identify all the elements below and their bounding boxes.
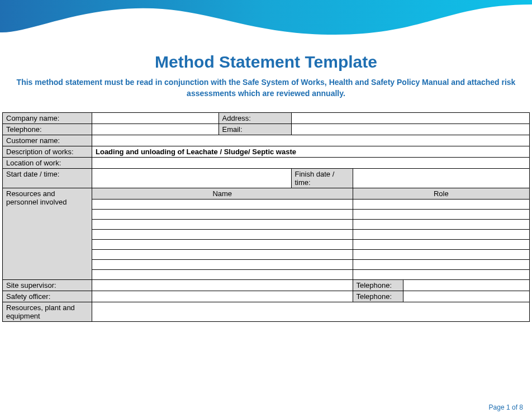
value-location[interactable] [92,158,530,169]
personnel-name[interactable] [92,240,353,250]
label-officer-tel: Telephone: [353,291,403,302]
personnel-role[interactable] [353,210,530,220]
method-statement-form: Company name: Address: Telephone: Email:… [2,112,530,322]
value-telephone[interactable] [92,124,219,135]
personnel-name[interactable] [92,210,353,220]
header-wave [0,0,532,39]
page-subtitle: This method statement must be read in co… [2,77,530,99]
label-start-date: Start date / time: [3,169,92,188]
label-finish-date: Finish date / time: [291,169,353,188]
label-safety-officer: Safety officer: [3,291,92,302]
page-title: Method Statement Template [0,53,532,72]
personnel-role[interactable] [353,240,530,250]
label-description: Description of works: [3,146,92,158]
personnel-role[interactable] [353,230,530,240]
label-site-supervisor: Site supervisor: [3,280,92,291]
value-supervisor-tel[interactable] [403,280,530,291]
value-customer-name[interactable] [92,135,530,146]
label-resources-plant: Resources, plant and equipment [3,302,92,322]
value-email[interactable] [291,124,530,135]
personnel-name[interactable] [92,220,353,230]
value-safety-officer[interactable] [92,291,353,302]
value-finish-date[interactable] [353,169,530,188]
value-company-name[interactable] [92,113,219,124]
personnel-role[interactable] [353,250,530,260]
value-address[interactable] [291,113,530,124]
label-location: Location of work: [3,158,92,169]
label-email: Email: [218,124,291,135]
personnel-role[interactable] [353,200,530,210]
label-address: Address: [218,113,291,124]
personnel-name[interactable] [92,230,353,240]
personnel-name[interactable] [92,260,353,270]
personnel-name[interactable] [92,250,353,260]
header-name: Name [92,188,353,200]
personnel-name[interactable] [92,200,353,210]
value-description[interactable]: Loading and unloading of Leachate / Slud… [92,146,530,158]
personnel-role[interactable] [353,260,530,270]
label-resources-personnel: Resources and personnel involved [3,188,92,280]
personnel-role[interactable] [353,270,530,280]
personnel-name[interactable] [92,270,353,280]
value-start-date[interactable] [92,169,292,188]
personnel-role[interactable] [353,220,530,230]
value-site-supervisor[interactable] [92,280,353,291]
label-company-name: Company name: [3,113,92,124]
value-officer-tel[interactable] [403,291,530,302]
header-role: Role [353,188,530,200]
page-footer: Page 1 of 8 [489,403,523,411]
value-resources-plant[interactable] [92,302,530,322]
label-supervisor-tel: Telephone: [353,280,403,291]
label-customer-name: Customer name: [3,135,92,146]
label-telephone: Telephone: [3,124,92,135]
